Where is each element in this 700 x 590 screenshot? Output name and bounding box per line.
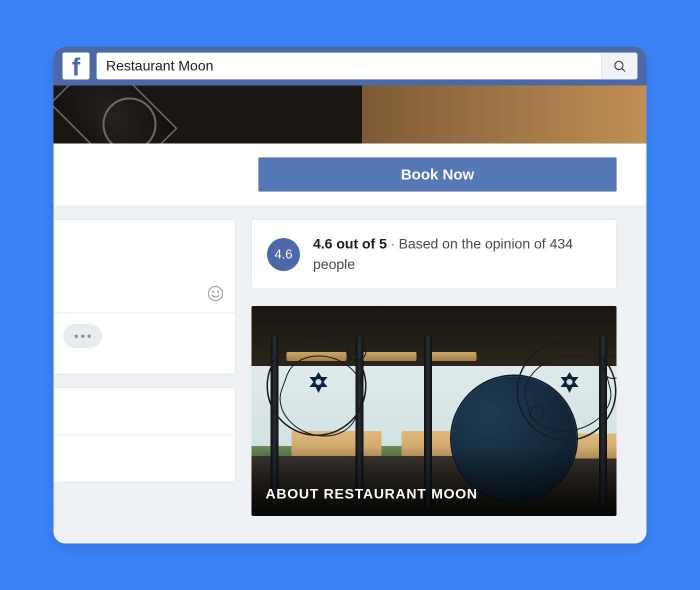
search-button[interactable]: [601, 53, 637, 79]
svg-point-3: [212, 290, 214, 292]
divider: [54, 435, 235, 436]
svg-line-1: [622, 68, 624, 72]
search-input[interactable]: [97, 53, 601, 79]
svg-point-8: [566, 379, 572, 385]
divider: [54, 312, 235, 312]
facebook-logo-icon[interactable]: f: [62, 52, 90, 80]
search-icon: [612, 59, 626, 73]
rating-badge: 4.6: [267, 238, 300, 271]
image-overlay: [252, 446, 616, 516]
rating-card: 4.6 4.6 out of 5 · Based on the opinion …: [252, 220, 616, 289]
cta-bar: Book Now: [54, 144, 646, 206]
cover-photo: [54, 86, 646, 144]
about-card[interactable]: ABOUT RESTAURANT MOON: [252, 306, 616, 516]
rating-separator: ·: [387, 236, 398, 252]
search-bar: [96, 52, 638, 80]
emoji-selector[interactable]: [207, 285, 224, 302]
rating-text: 4.6 out of 5 · Based on the opinion of 4…: [313, 234, 601, 274]
top-nav-bar: f: [54, 46, 646, 86]
svg-point-2: [208, 286, 222, 300]
more-options-button[interactable]: [63, 324, 102, 348]
sidebar: [54, 220, 236, 544]
main-column: 4.6 4.6 out of 5 · Based on the opinion …: [252, 220, 646, 544]
about-heading: ABOUT RESTAURANT MOON: [266, 486, 478, 502]
svg-point-6: [316, 379, 322, 385]
app-window: f Book Now: [54, 46, 646, 544]
page-body: 4.6 4.6 out of 5 · Based on the opinion …: [54, 206, 646, 544]
book-now-button[interactable]: Book Now: [258, 158, 616, 192]
rating-score: 4.6 out of 5: [313, 236, 387, 252]
sidebar-card-secondary: [54, 388, 236, 482]
smiley-icon: [207, 285, 224, 302]
dots-icon: [74, 334, 78, 338]
svg-point-4: [217, 290, 219, 292]
sidebar-card-posts: [54, 220, 236, 374]
